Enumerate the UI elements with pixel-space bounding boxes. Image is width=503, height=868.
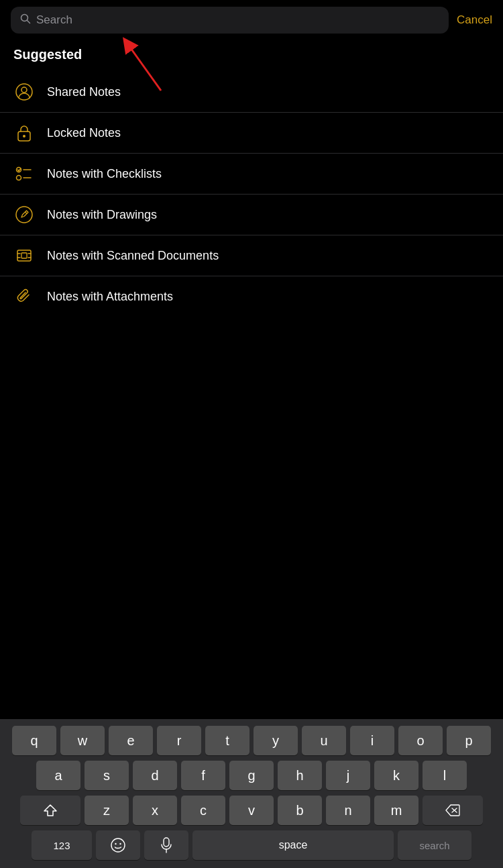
key-f[interactable]: f [181, 761, 225, 790]
scan-doc-icon [13, 245, 35, 266]
suggestion-item-attachments[interactable]: Notes with Attachments [0, 276, 503, 317]
checklists-label: Notes with Checklists [47, 167, 162, 181]
key-h[interactable]: h [278, 761, 322, 790]
svg-rect-21 [164, 838, 169, 847]
shared-notes-label: Shared Notes [47, 85, 121, 99]
search-header: Search Cancel [0, 0, 503, 40]
key-v[interactable]: v [229, 796, 274, 825]
suggestion-item-locked-notes[interactable]: Locked Notes [0, 113, 503, 154]
svg-point-10 [17, 176, 21, 180]
key-j[interactable]: j [326, 761, 370, 790]
key-i[interactable]: i [350, 726, 394, 755]
key-search[interactable]: search [398, 830, 471, 860]
suggestion-item-shared-notes[interactable]: Shared Notes [0, 72, 503, 113]
lock-icon [13, 122, 35, 144]
svg-point-19 [115, 843, 116, 845]
key-n[interactable]: n [326, 796, 370, 825]
svg-point-7 [23, 135, 25, 138]
keyboard-row-2: a s d f g h j k l [3, 761, 500, 790]
key-shift[interactable] [20, 796, 80, 825]
locked-notes-label: Locked Notes [47, 126, 121, 140]
key-k[interactable]: k [374, 761, 418, 790]
key-r[interactable]: r [157, 726, 201, 755]
key-s[interactable]: s [85, 761, 129, 790]
search-bar[interactable]: Search [11, 7, 449, 34]
key-emoji[interactable] [96, 830, 140, 860]
suggestion-item-checklists[interactable]: Notes with Checklists [0, 154, 503, 195]
key-mic[interactable] [144, 830, 188, 860]
key-delete[interactable] [423, 796, 483, 825]
key-d[interactable]: d [133, 761, 177, 790]
key-space[interactable]: space [192, 830, 394, 860]
key-w[interactable]: w [60, 726, 105, 755]
key-m[interactable]: m [374, 796, 418, 825]
key-g[interactable]: g [229, 761, 274, 790]
key-c[interactable]: c [181, 796, 225, 825]
key-l[interactable]: l [423, 761, 467, 790]
suggestion-item-drawings[interactable]: Notes with Drawings [0, 195, 503, 235]
keyboard: q w e r t y u i o p a s d f g h j k l z … [0, 719, 503, 868]
scanned-docs-label: Notes with Scanned Documents [47, 249, 219, 263]
keyboard-row-1: q w e r t y u i o p [3, 726, 500, 755]
cancel-button[interactable]: Cancel [457, 13, 492, 27]
person-circle-icon [13, 81, 35, 103]
key-numbers[interactable]: 123 [32, 830, 92, 860]
key-x[interactable]: x [133, 796, 177, 825]
key-a[interactable]: a [36, 761, 80, 790]
key-y[interactable]: y [254, 726, 298, 755]
key-q[interactable]: q [12, 726, 56, 755]
paperclip-icon [13, 286, 35, 307]
pencil-circle-icon [13, 204, 35, 225]
svg-point-12 [16, 207, 32, 223]
key-t[interactable]: t [205, 726, 249, 755]
key-e[interactable]: e [109, 726, 153, 755]
svg-rect-15 [21, 253, 27, 258]
suggestion-item-scanned[interactable]: Notes with Scanned Documents [0, 235, 503, 276]
attachments-label: Notes with Attachments [47, 290, 173, 304]
svg-line-13 [25, 212, 27, 214]
keyboard-row-4: 123 space search [3, 830, 500, 860]
svg-rect-14 [17, 250, 31, 261]
drawings-label: Notes with Drawings [47, 208, 157, 222]
key-p[interactable]: p [447, 726, 491, 755]
svg-point-20 [119, 843, 121, 845]
key-u[interactable]: u [302, 726, 346, 755]
suggestion-list: Shared Notes Locked Notes Notes with Che… [0, 72, 503, 317]
svg-line-1 [27, 21, 30, 23]
key-b[interactable]: b [278, 796, 322, 825]
svg-point-18 [111, 838, 125, 852]
keyboard-row-3: z x c v b n m [3, 796, 500, 825]
checklist-icon [13, 163, 35, 184]
suggested-section-label: Suggested [0, 40, 503, 72]
search-input-placeholder: Search [36, 13, 72, 27]
key-o[interactable]: o [398, 726, 443, 755]
key-z[interactable]: z [85, 796, 129, 825]
search-icon [20, 13, 31, 27]
svg-point-5 [21, 87, 27, 93]
